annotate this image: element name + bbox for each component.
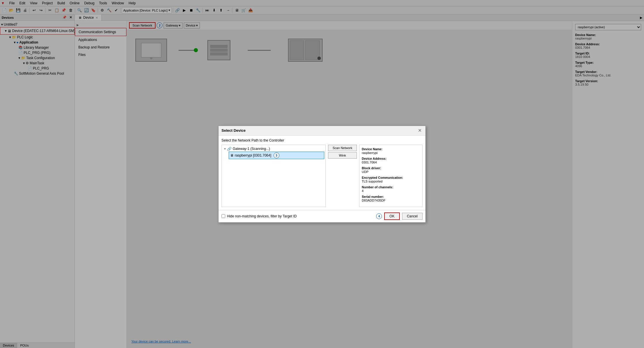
gateway-node-label: Gateway-1 (Scanning...) bbox=[233, 147, 270, 151]
dialog-device-node[interactable]: 🖥 raspberrypi [0301.7064] 3 bbox=[229, 152, 324, 159]
dialog-action-buttons: Scan Network Wink bbox=[328, 145, 357, 159]
dialog-wink-button[interactable]: Wink bbox=[328, 152, 357, 159]
dialog-footer: Hide non-matching devices, filter by Tar… bbox=[219, 210, 425, 222]
dialog-scan-network-button[interactable]: Scan Network bbox=[328, 145, 357, 151]
device-node-label: raspberrypi [0301.7064] bbox=[235, 153, 271, 157]
dialog-footer-right: 4 OK Cancel bbox=[376, 212, 423, 220]
dialog-overlay: Select Device ✕ Select the Network Path … bbox=[0, 0, 644, 348]
dialog-close-button[interactable]: ✕ bbox=[417, 128, 423, 133]
ok-badge-4: 4 bbox=[376, 213, 382, 219]
info-block-driver-label: Block driver: bbox=[362, 166, 420, 170]
dialog-cancel-button[interactable]: Cancel bbox=[402, 213, 423, 220]
info-num-channels-label: Number of channels: bbox=[362, 185, 420, 189]
hide-nonmatching-checkbox[interactable] bbox=[221, 214, 225, 218]
info-device-name-label: Device Name: bbox=[362, 147, 420, 151]
info-row-device-address: Device Address: 0301.7064 bbox=[362, 157, 420, 164]
dialog-footer-left: Hide non-matching devices, filter by Tar… bbox=[221, 214, 297, 218]
device-badge-3: 3 bbox=[274, 153, 279, 158]
info-num-channels-value: 4 bbox=[362, 189, 420, 193]
dialog-title-bar: Select Device ✕ bbox=[219, 126, 425, 136]
info-row-num-channels: Number of channels: 4 bbox=[362, 185, 420, 193]
dialog-body: Select the Network Path to the Controlle… bbox=[219, 136, 425, 210]
info-block-driver-value: UDP bbox=[362, 170, 420, 174]
info-dialog-address-label: Device Address: bbox=[362, 157, 420, 160]
dialog-tree-panel: ▾ 🔗 Gateway-1 (Scanning...) 🖥 raspberryp… bbox=[221, 145, 326, 207]
dialog-gateway-node[interactable]: ▾ 🔗 Gateway-1 (Scanning...) bbox=[223, 146, 324, 152]
gateway-tree-icon: 🔗 bbox=[227, 147, 232, 151]
dialog-ok-button[interactable]: OK bbox=[384, 212, 399, 220]
dialog-title: Select Device bbox=[221, 128, 246, 133]
hide-nonmatching-text: Hide non-matching devices, filter by Tar… bbox=[227, 214, 297, 218]
info-dialog-address-value: 0301.7064 bbox=[362, 161, 420, 164]
device-tree-icon: 🖥 bbox=[230, 153, 234, 157]
info-serial-number-label: Serial number: bbox=[362, 195, 420, 198]
info-encrypted-comm-label: Encrypted Communication: bbox=[362, 176, 420, 179]
info-serial-number-value: D83ADD7435DF bbox=[362, 199, 420, 202]
dialog-split: ▾ 🔗 Gateway-1 (Scanning...) 🖥 raspberryp… bbox=[221, 145, 423, 207]
info-row-block-driver: Block driver: UDP bbox=[362, 166, 420, 174]
expand-gateway-icon: ▾ bbox=[224, 147, 226, 151]
info-row-serial-number: Serial number: D83ADD7435DF bbox=[362, 195, 420, 202]
info-row-device-name: Device Name: raspberrypi bbox=[362, 147, 420, 155]
dialog-info-panel: Device Name: raspberrypi Device Address:… bbox=[359, 145, 423, 207]
info-encrypted-comm-value: TLS supported bbox=[362, 180, 420, 183]
dialog-right-side: Scan Network Wink bbox=[328, 145, 357, 207]
dialog-subtitle: Select the Network Path to the Controlle… bbox=[221, 138, 423, 142]
info-device-name-value: raspberrypi bbox=[362, 151, 420, 155]
info-row-encrypted-comm: Encrypted Communication: TLS supported bbox=[362, 176, 420, 183]
select-device-dialog: Select Device ✕ Select the Network Path … bbox=[218, 126, 426, 223]
hide-nonmatching-label[interactable]: Hide non-matching devices, filter by Tar… bbox=[221, 214, 297, 218]
